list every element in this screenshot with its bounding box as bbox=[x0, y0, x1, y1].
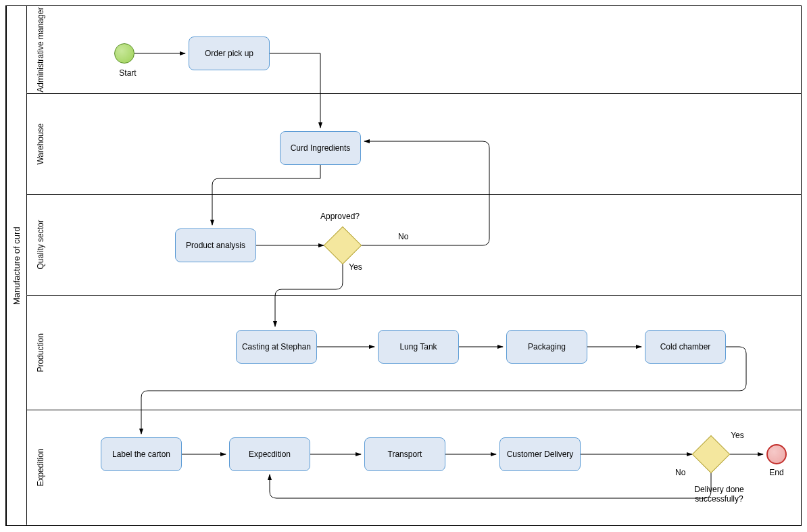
lane-warehouse: Warehouse Curd Ingredients bbox=[26, 94, 801, 195]
arrows-quality bbox=[53, 195, 801, 295]
task-product-analysis: Product analysis bbox=[175, 228, 256, 262]
lane-expedition: Expedition La bbox=[26, 410, 801, 525]
gateway-approved-no: No bbox=[398, 232, 408, 241]
gateway-approved-yes: Yes bbox=[347, 262, 364, 272]
lanes-container: Administrative manager Start Order pick … bbox=[26, 6, 801, 525]
start-event bbox=[114, 43, 134, 64]
task-order-pickup: Order pick up bbox=[189, 37, 270, 70]
task-cold-chamber: Cold chamber bbox=[645, 330, 726, 364]
task-lung-tank: Lung Tank bbox=[378, 330, 459, 364]
lane-content-admin: Start Order pick up bbox=[53, 6, 801, 93]
task-expedition: Expecdition bbox=[229, 437, 310, 471]
lane-title-warehouse: Warehouse bbox=[26, 94, 53, 195]
lane-content-expedition: Label the carton Expecdition Transport C… bbox=[53, 410, 801, 525]
arrows-warehouse bbox=[53, 94, 801, 195]
task-curd-ingredients: Curd Ingredients bbox=[280, 131, 361, 165]
pool-manufacture-curd: Manufacture of curd Administrative manag… bbox=[5, 5, 802, 526]
lane-admin: Administrative manager Start Order pick … bbox=[26, 6, 801, 94]
lane-production: Production Casting at Stephan Lung Tank … bbox=[26, 296, 801, 411]
lane-title-admin: Administrative manager bbox=[26, 6, 53, 93]
gateway-approved bbox=[324, 226, 362, 265]
end-event bbox=[766, 444, 787, 464]
gateway-delivery-no: No bbox=[675, 468, 685, 477]
task-packaging: Packaging bbox=[506, 330, 587, 364]
lane-content-warehouse: Curd Ingredients bbox=[53, 94, 801, 195]
lane-content-production: Casting at Stephan Lung Tank Packaging C… bbox=[53, 296, 801, 410]
lane-title-expedition: Expedition bbox=[26, 410, 53, 525]
task-casting: Casting at Stephan bbox=[236, 330, 317, 364]
lane-quality: Quality sector Product analysis Approved… bbox=[26, 195, 801, 296]
lane-content-quality: Product analysis Approved? Yes No bbox=[53, 195, 801, 295]
pool-title: Manufacture of curd bbox=[6, 6, 26, 525]
task-transport: Transport bbox=[364, 437, 445, 471]
lane-title-quality: Quality sector bbox=[26, 195, 53, 295]
gateway-delivery-yes: Yes bbox=[729, 431, 745, 440]
lane-title-production: Production bbox=[26, 296, 53, 410]
end-label: End bbox=[766, 468, 787, 477]
gateway-approved-label: Approved? bbox=[320, 212, 360, 221]
task-customer-delivery: Customer Delivery bbox=[499, 437, 581, 471]
task-label-carton: Label the carton bbox=[101, 437, 182, 471]
gateway-delivery bbox=[692, 435, 731, 474]
start-label: Start bbox=[114, 68, 141, 78]
arrows-admin bbox=[53, 6, 801, 93]
gateway-delivery-label: Delivery done successfully? bbox=[682, 485, 756, 504]
